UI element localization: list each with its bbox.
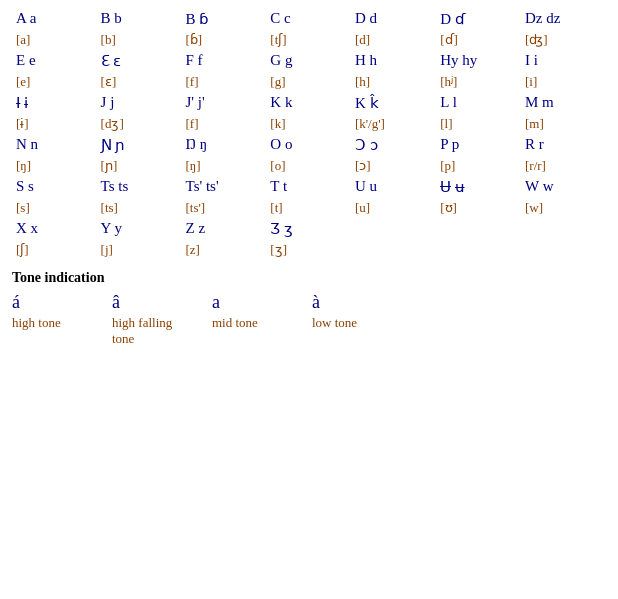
alphabet-cell: P p <box>436 134 521 156</box>
alphabet-cell: A a <box>12 8 97 30</box>
alphabet-cell: N n <box>12 134 97 156</box>
alphabet-cell: J' j' <box>182 92 267 114</box>
ipa-cell: [s] <box>12 198 97 218</box>
letter-ipa: [s] <box>16 200 93 216</box>
letter-main: Ɲ ɲ <box>101 136 178 154</box>
ipa-cell: [ʊ] <box>436 198 521 218</box>
letter-main: I i <box>525 52 602 69</box>
letter-main: H h <box>355 52 432 69</box>
ipa-cell: [o] <box>266 156 351 176</box>
alphabet-cell: G g <box>266 50 351 72</box>
ipa-cell: [ɗ] <box>436 30 521 50</box>
letter-ipa: [b] <box>101 32 178 48</box>
ipa-cell: [ts'] <box>182 198 267 218</box>
letter-main: R r <box>525 136 602 153</box>
letter-main: Dz dz <box>525 10 602 27</box>
ipa-cell: [w] <box>521 198 606 218</box>
ipa-cell: [d] <box>351 30 436 50</box>
ipa-cell: [r/r] <box>521 156 606 176</box>
tone-item: áhigh tone <box>12 292 112 331</box>
letter-main: Z z <box>186 220 263 237</box>
letter-ipa: [e] <box>16 74 93 90</box>
letter-main: B ɓ <box>186 10 263 28</box>
letter-main: Ɨ ɨ <box>16 94 93 112</box>
letter-ipa: [tʃ] <box>270 32 347 48</box>
alphabet-cell: O o <box>266 134 351 156</box>
tone-char: à <box>312 292 412 313</box>
ipa-cell <box>351 240 436 260</box>
tone-char: â <box>112 292 212 313</box>
ipa-cell: [ʤ] <box>521 30 606 50</box>
letter-ipa: [r/r] <box>525 158 602 174</box>
letter-main: D ɗ <box>440 10 517 28</box>
letter-ipa: [k'/g'] <box>355 116 432 132</box>
ipa-cell: [ɲ] <box>97 156 182 176</box>
letter-main: M m <box>525 94 602 111</box>
tone-section: Tone indication áhigh toneâhigh fallingt… <box>12 270 606 347</box>
alphabet-cell: X x <box>12 218 97 240</box>
letter-main: F f <box>186 52 263 69</box>
alphabet-cell: Ts' ts' <box>182 176 267 198</box>
tone-label: high tone <box>12 315 112 331</box>
alphabet-cell: W w <box>521 176 606 198</box>
letter-main: K k <box>270 94 347 111</box>
ipa-cell: [b] <box>97 30 182 50</box>
letter-main: W w <box>525 178 602 195</box>
tone-title: Tone indication <box>12 270 606 286</box>
alphabet-cell <box>436 218 521 240</box>
tone-label: high fallingtone <box>112 315 212 347</box>
alphabet-cell: F f <box>182 50 267 72</box>
alphabet-table: A aB bB ɓC cD dD ɗDz dz[a][b][ɓ][tʃ][d][… <box>12 8 606 260</box>
ipa-cell: [tʃ] <box>266 30 351 50</box>
ipa-cell: [t] <box>266 198 351 218</box>
letter-ipa: [ɓ] <box>186 32 263 48</box>
letter-ipa: [o] <box>270 158 347 174</box>
letter-main: Ɔ ɔ <box>355 136 432 154</box>
letter-ipa: [k] <box>270 116 347 132</box>
alphabet-cell: E e <box>12 50 97 72</box>
alphabet-cell <box>351 218 436 240</box>
alphabet-cell: R r <box>521 134 606 156</box>
alphabet-cell: T t <box>266 176 351 198</box>
letter-main: Ʉ ʉ <box>440 178 517 196</box>
ipa-cell <box>436 240 521 260</box>
letter-ipa: [a] <box>16 32 93 48</box>
letter-main: J j <box>101 94 178 111</box>
alphabet-cell: J j <box>97 92 182 114</box>
tone-item: amid tone <box>212 292 312 331</box>
letter-ipa: [ʤ] <box>525 32 602 48</box>
letter-main: Ʒ ʒ <box>270 220 347 238</box>
letter-ipa: [ʃ] <box>16 242 93 258</box>
tone-item: âhigh fallingtone <box>112 292 212 347</box>
ipa-cell: [f] <box>182 114 267 134</box>
alphabet-cell: D d <box>351 8 436 30</box>
ipa-cell: [k'/g'] <box>351 114 436 134</box>
ipa-cell: [ɓ] <box>182 30 267 50</box>
tone-label: mid tone <box>212 315 312 331</box>
letter-main: Ts' ts' <box>186 178 263 195</box>
ipa-cell: [g] <box>266 72 351 92</box>
letter-ipa: [ts] <box>101 200 178 216</box>
alphabet-cell: Ɛ ɛ <box>97 50 182 72</box>
tone-label: low tone <box>312 315 412 331</box>
letter-ipa: [p] <box>440 158 517 174</box>
alphabet-cell: B b <box>97 8 182 30</box>
letter-main: Y y <box>101 220 178 237</box>
letter-main: C c <box>270 10 347 27</box>
letter-ipa: [hʲ] <box>440 74 517 90</box>
letter-ipa: [z] <box>186 242 263 258</box>
letter-ipa: [t] <box>270 200 347 216</box>
letter-ipa: [g] <box>270 74 347 90</box>
letter-ipa: [dʒ] <box>101 116 178 132</box>
ipa-cell: [dʒ] <box>97 114 182 134</box>
alphabet-cell: S s <box>12 176 97 198</box>
alphabet-cell: Y y <box>97 218 182 240</box>
alphabet-cell: C c <box>266 8 351 30</box>
ipa-cell: [u] <box>351 198 436 218</box>
ipa-cell: [i] <box>521 72 606 92</box>
alphabet-cell: Ŋ ŋ <box>182 134 267 156</box>
ipa-cell: [ts] <box>97 198 182 218</box>
letter-main: L l <box>440 94 517 111</box>
letter-ipa: [i] <box>525 74 602 90</box>
letter-main: T t <box>270 178 347 195</box>
